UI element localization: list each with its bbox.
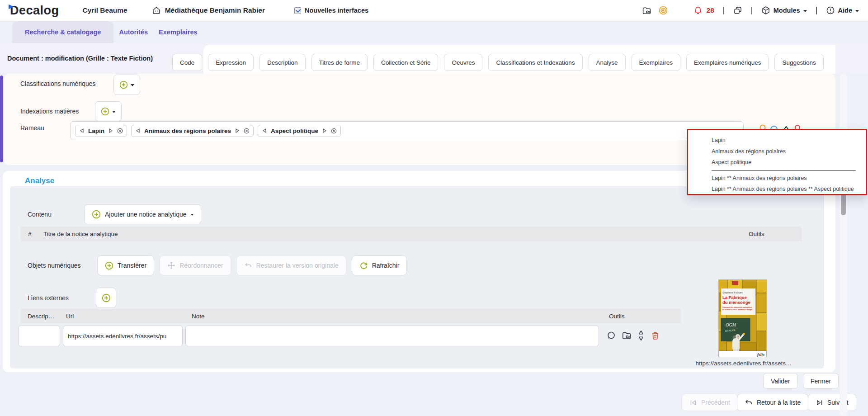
rameau-chip[interactable]: Animaux des régions polaires bbox=[131, 125, 254, 137]
header-divider bbox=[723, 7, 724, 14]
cover-url-caption: https://assets.edenlivres.fr/assets… bbox=[674, 360, 814, 367]
remove-chip-icon[interactable] bbox=[331, 128, 337, 134]
user-name: Cyril Beaume bbox=[83, 6, 127, 14]
delete-icon[interactable] bbox=[651, 331, 660, 340]
notifications-button[interactable]: 28 bbox=[693, 6, 714, 15]
tab-recherche-catalogage[interactable]: Recherche & catalogage bbox=[12, 21, 113, 43]
section-accent-bar bbox=[0, 76, 3, 162]
rameau-label: Rameau bbox=[20, 124, 44, 132]
back-to-list-label: Retour à la liste bbox=[757, 399, 801, 406]
remove-chip-icon[interactable] bbox=[117, 128, 123, 134]
restore-original-button[interactable]: Restaurer la version originale bbox=[236, 255, 346, 275]
beacon-icon[interactable] bbox=[658, 5, 668, 15]
previous-button[interactable]: Précédent bbox=[682, 394, 738, 411]
add-indexation-button[interactable] bbox=[95, 101, 122, 122]
analyse-heading: Analyse bbox=[25, 176, 54, 185]
contenu-label: Contenu bbox=[28, 211, 84, 218]
add-external-link-button[interactable] bbox=[96, 288, 116, 308]
indexations-matieres-label: Indexations matières bbox=[20, 108, 79, 115]
triangle-right-icon[interactable] bbox=[322, 128, 327, 133]
help-label: Aide bbox=[838, 7, 852, 14]
triangle-left-icon[interactable] bbox=[135, 128, 141, 133]
folder-icon[interactable] bbox=[622, 331, 632, 340]
back-to-list-button[interactable]: Retour à la liste bbox=[737, 394, 808, 411]
new-interfaces-label: Nouvelles interfaces bbox=[305, 7, 368, 14]
section-button-classifications[interactable]: Classifications et Indexations bbox=[488, 54, 582, 71]
dropdown-item[interactable]: Lapin ** Animaux des régions polaires **… bbox=[712, 184, 860, 195]
column-header-tools: Outils bbox=[609, 313, 625, 320]
section-button-collection-serie[interactable]: Collection et Série bbox=[373, 54, 439, 71]
add-classification-button[interactable] bbox=[113, 75, 140, 95]
skip-next-icon bbox=[816, 399, 823, 407]
library-selector[interactable]: Médiathèque Benjamin Rabier bbox=[152, 6, 265, 15]
liens-externes-label: Liens externes bbox=[28, 294, 96, 302]
triangle-left-icon[interactable] bbox=[79, 128, 85, 133]
close-button[interactable]: Fermer bbox=[803, 373, 839, 389]
linked-records-icon[interactable] bbox=[733, 6, 742, 15]
link-description-input[interactable] bbox=[18, 326, 60, 346]
header-divider bbox=[816, 7, 817, 14]
partial-icon bbox=[794, 121, 801, 129]
preview-search-icon[interactable] bbox=[606, 331, 616, 340]
rameau-suggestions-dropdown: Lapin Animaux des régions polaires Aspec… bbox=[687, 129, 867, 195]
refresh-button[interactable]: Rafraîchir bbox=[352, 255, 407, 275]
new-interfaces-toggle[interactable]: Nouvelles interfaces bbox=[294, 7, 368, 14]
column-header-url: Url bbox=[66, 313, 74, 320]
section-button-description[interactable]: Description bbox=[259, 54, 306, 71]
validate-button[interactable]: Valider bbox=[763, 373, 798, 389]
triangle-right-icon[interactable] bbox=[235, 128, 240, 133]
app-logo: Decalog bbox=[10, 4, 59, 18]
link-url-input[interactable] bbox=[63, 326, 183, 346]
rameau-chip[interactable]: Aspect politique bbox=[258, 125, 341, 137]
section-button-exemplaires-numeriques[interactable]: Exemplaires numériques bbox=[686, 54, 769, 71]
app-header: Decalog Cyril Beaume Médiathèque Benjami… bbox=[0, 0, 868, 21]
sort-move-icon[interactable] bbox=[637, 330, 645, 341]
remove-chip-icon[interactable] bbox=[244, 128, 250, 134]
section-button-expression[interactable]: Expression bbox=[208, 54, 254, 71]
dropdown-item[interactable]: Animaux des régions polaires bbox=[712, 146, 860, 157]
tab-autorites[interactable]: Autorités bbox=[113, 21, 153, 43]
bell-icon bbox=[693, 6, 703, 15]
column-header-tools: Outils bbox=[749, 231, 764, 237]
rameau-chip[interactable]: Lapin bbox=[75, 125, 127, 137]
dropdown-item[interactable]: Aspect politique bbox=[712, 157, 860, 168]
undo-icon bbox=[244, 261, 252, 269]
section-button-titres-de-forme[interactable]: Titres de forme bbox=[311, 54, 368, 71]
book-cover-image: Stéphane Foucart La Fabrique du mensonge… bbox=[718, 279, 767, 357]
next-button[interactable]: Suivant bbox=[808, 394, 856, 411]
transfer-button[interactable]: Transférer bbox=[97, 255, 154, 275]
help-menu[interactable]: Aide bbox=[826, 6, 859, 15]
classifications-numeriques-label: Classifications numériques bbox=[20, 80, 96, 87]
refresh-label: Rafraîchir bbox=[372, 262, 400, 269]
modules-menu[interactable]: Modules bbox=[761, 6, 807, 15]
folder-icon[interactable] bbox=[642, 6, 651, 15]
add-analytic-notice-button[interactable]: Ajouter une notice analytique bbox=[84, 204, 201, 224]
chip-label: Animaux des régions polaires bbox=[144, 128, 231, 134]
triangle-left-icon[interactable] bbox=[262, 128, 267, 133]
column-header-note: Note bbox=[192, 313, 205, 320]
section-button-code[interactable]: Code bbox=[172, 54, 202, 71]
new-interfaces-checkbox[interactable] bbox=[294, 7, 301, 14]
notice-table-header: # Titre de la notice analytique Outils bbox=[21, 227, 802, 241]
partial-icon bbox=[782, 121, 790, 129]
column-header-description: Descrip… bbox=[28, 313, 54, 320]
plus-circle-icon bbox=[102, 293, 111, 303]
section-button-exemplaires[interactable]: Exemplaires bbox=[632, 54, 680, 71]
section-button-suggestions[interactable]: Suggestions bbox=[774, 54, 823, 71]
dropdown-item[interactable]: Lapin ** Animaux des régions polaires bbox=[712, 173, 860, 184]
chevron-down-icon bbox=[191, 214, 193, 216]
home-icon bbox=[152, 6, 161, 15]
section-button-analyse[interactable]: Analyse bbox=[589, 54, 626, 71]
dropdown-item[interactable]: Lapin bbox=[712, 135, 860, 146]
cover-author: Stéphane Foucart bbox=[722, 291, 743, 294]
vertical-scrollbar[interactable] bbox=[840, 74, 847, 416]
notification-count: 28 bbox=[707, 6, 714, 14]
reorder-button[interactable]: Réordonnancer bbox=[160, 255, 231, 275]
section-button-oeuvres[interactable]: Oeuvres bbox=[444, 54, 482, 71]
link-note-input[interactable] bbox=[185, 326, 599, 346]
rameau-field[interactable]: Lapin Animaux des régions polaires Aspec… bbox=[70, 121, 744, 140]
contenu-row: Contenu Ajouter une notice analytique bbox=[28, 204, 201, 224]
triangle-right-icon[interactable] bbox=[108, 128, 113, 133]
tab-exemplaires[interactable]: Exemplaires bbox=[153, 21, 203, 43]
cover-publisher: folio bbox=[757, 352, 764, 357]
